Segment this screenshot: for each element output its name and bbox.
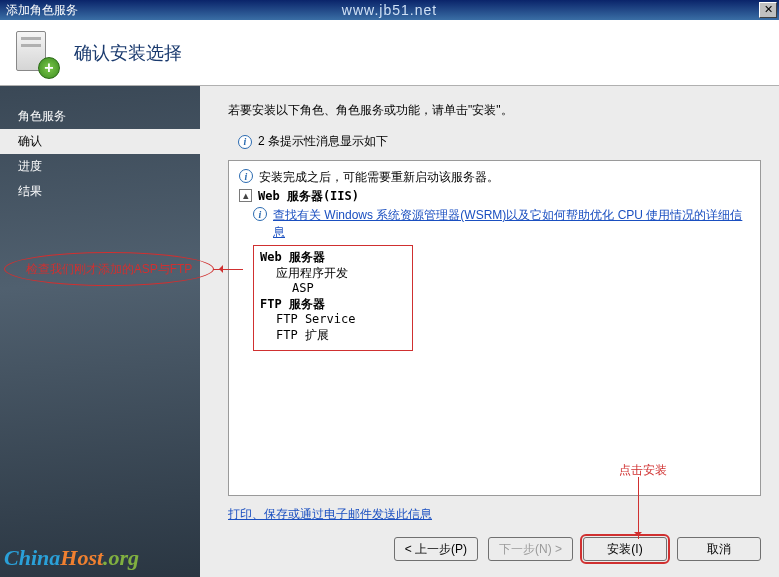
sub-instruction-text: 2 条提示性消息显示如下 (258, 133, 388, 150)
cancel-button[interactable]: 取消 (677, 537, 761, 561)
close-button[interactable]: ✕ (759, 2, 777, 18)
main-panel: 若要安装以下角色、角色服务或功能，请单击"安装"。 i 2 条提示性消息显示如下… (200, 86, 779, 577)
info-icon: i (239, 169, 253, 183)
page-title: 确认安装选择 (74, 41, 182, 65)
server-plus-icon: + (12, 31, 56, 75)
prev-button[interactable]: < 上一步(P) (394, 537, 478, 561)
sidebar-item-confirm[interactable]: 确认 (0, 129, 200, 154)
sub-instruction: i 2 条提示性消息显示如下 (238, 133, 761, 150)
email-print-link[interactable]: 打印、保存或通过电子邮件发送此信息 (228, 506, 761, 523)
sidebar: 角色服务 确认 进度 结果 (0, 86, 200, 577)
collapse-icon[interactable]: ▴ (239, 189, 252, 202)
sidebar-item-roleservices[interactable]: 角色服务 (0, 104, 200, 129)
section-heading-iis: Web 服务器(IIS) (258, 188, 359, 205)
selection-highlight-box: Web 服务器 应用程序开发 ASP FTP 服务器 FTP Service F… (253, 245, 413, 351)
info-icon: i (253, 207, 267, 221)
asp-ftp-callout-arrow (213, 269, 243, 270)
next-button: 下一步(N) > (488, 537, 573, 561)
sidebar-item-progress[interactable]: 进度 (0, 154, 200, 179)
wsrm-link[interactable]: 查找有关 Windows 系统资源管理器(WSRM)以及它如何帮助优化 CPU … (273, 207, 750, 241)
instruction-text: 若要安装以下角色、角色服务或功能，请单击"安装"。 (228, 102, 761, 119)
info-icon: i (238, 135, 252, 149)
titlebar: 添加角色服务 www.jb51.net ✕ (0, 0, 779, 20)
item-ftp-ext: FTP 扩展 (260, 328, 406, 344)
watermark-text: www.jb51.net (342, 2, 437, 18)
item-asp: ASP (260, 281, 406, 297)
item-app-dev: 应用程序开发 (260, 266, 406, 282)
sidebar-item-results[interactable]: 结果 (0, 179, 200, 204)
install-button[interactable]: 安装(I) (583, 537, 667, 561)
item-ftp-server: FTP 服务器 (260, 297, 406, 313)
restart-notice: 安装完成之后，可能需要重新启动该服务器。 (259, 169, 499, 186)
button-row: < 上一步(P) 下一步(N) > 安装(I) 取消 (228, 523, 761, 567)
item-web-server: Web 服务器 (260, 250, 406, 266)
content-box: i 安装完成之后，可能需要重新启动该服务器。 ▴ Web 服务器(IIS) i … (228, 160, 761, 496)
item-ftp-service: FTP Service (260, 312, 406, 328)
header: + 确认安装选择 (0, 20, 779, 86)
